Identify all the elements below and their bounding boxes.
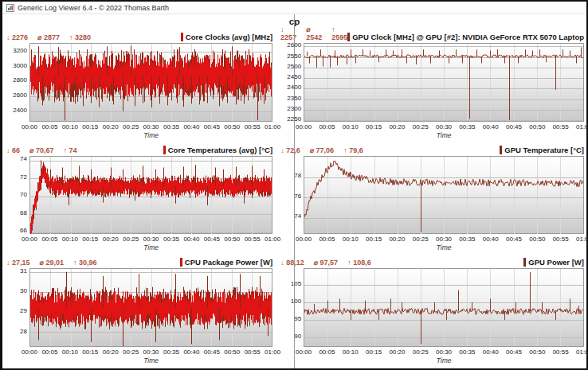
stat-avg-value: 77,06 [316,146,335,154]
plot-area[interactable] [304,43,584,122]
min-arrow-icon: ↓ [280,259,284,267]
chart-canvas[interactable] [304,44,583,121]
title-bar: Generic Log Viewer 6.4 - © 2022 Thomas B… [2,2,586,14]
stat-min-value: 27,15 [12,259,30,267]
x-tick-label: 00:10 [62,123,78,130]
y-axis: 747678 [280,156,304,235]
x-axis: 00:0000:0500:1000:1500:2000:2500:3000:35… [29,123,272,131]
y-tick-label: 2350 [287,95,301,102]
chart-panel: ↓ 66 ⌀ 70,67 ↑ 74 Core Temperatures (avg… [6,141,272,254]
x-tick-label: 00:15 [366,349,382,356]
x-tick-label: 00:05 [41,236,57,243]
y-tick-label: 105 [291,281,301,287]
chart-stats: ↓ 66 ⌀ 70,67 ↑ 74 [6,146,77,154]
x-tick-label: 00:50 [529,349,545,356]
x-tick-label: 00:25 [123,123,139,130]
y-tick-label: 74 [294,213,301,220]
max-arrow-icon: ↑ [343,146,347,154]
y-tick-label: 66 [20,228,27,234]
y-tick-label: 2250 [287,116,301,123]
series-color-icon [347,33,350,41]
chart-stats: ↓ 2276 ⌀ 2877 ↑ 3280 [6,33,91,41]
stat-max-value: 2595 [331,33,347,41]
avg-diameter-icon: ⌀ [40,259,44,267]
max-arrow-icon: ↑ [69,33,73,41]
x-axis: 00:0000:0500:1000:1500:2000:2500:3000:35… [304,349,584,356]
x-tick-label: 00:00 [296,349,312,356]
max-arrow-icon: ↑ [73,259,77,267]
series-color-icon [523,258,526,267]
x-tick-label: 00:10 [62,349,78,356]
x-tick-label: 00:25 [123,349,139,356]
x-tick-label: 00:20 [389,123,405,130]
x-tick-label: 00:15 [82,349,98,356]
min-arrow-icon: ↓ [6,146,10,154]
stat-max-value: 108,6 [353,259,371,267]
charts-grid: ↓ 2276 ⌀ 2877 ↑ 3280 Core Clocks (avg) [… [2,28,586,368]
stat-avg: ⌀ 70,67 [29,146,53,154]
x-tick-label: 00:25 [413,349,429,356]
x-tick-label: 01:00 [576,236,588,243]
y-tick-label: 31 [20,268,27,275]
y-axis: 28293031 [6,268,29,347]
min-arrow-icon: ↓ [6,259,10,267]
stat-min: ↓ 72,6 [280,146,300,154]
y-axis: 24002600280030003200 [6,43,29,122]
chart-title: Core Clocks (avg) [MHz] [186,33,272,41]
stat-max: ↑ 79,6 [343,146,363,154]
min-arrow-icon: ↓ [280,25,284,33]
avg-diameter-icon: ⌀ [29,146,33,154]
max-arrow-icon: ↑ [64,146,68,154]
time-axis-label: Time [29,243,272,253]
window-title: Generic Log Viewer 6.4 - © 2022 Thomas B… [18,4,169,12]
plot-area[interactable] [304,268,584,347]
chart-title-wrap: GPU Power [W] [523,258,584,267]
plot-area[interactable] [304,156,584,235]
x-tick-label: 01:00 [265,349,280,356]
chart-title-wrap: GPU Clock [MHz] @ GPU [#2]: NVIDIA GeFor… [347,33,584,41]
x-tick-label: 00:35 [163,236,179,243]
chart-canvas[interactable] [304,157,583,234]
app-icon [6,4,14,12]
stat-min-value: 88,12 [286,259,304,267]
chart-canvas[interactable] [30,44,272,121]
avg-diameter-icon: ⌀ [306,25,310,33]
y-tick-label: 95 [294,316,301,322]
x-tick-label: 00:35 [459,123,475,130]
plot-area[interactable] [29,268,272,347]
y-tick-label: 68 [20,210,27,216]
stat-min: ↓ 66 [6,146,20,154]
plot-row: 28293031 [6,268,272,347]
y-axis: 6668707274 [6,156,29,235]
x-tick-label: 00:45 [204,123,220,130]
x-tick-label: 00:15 [366,236,382,243]
chart-panel: ↓ 2276 ⌀ 2877 ↑ 3280 Core Clocks (avg) [… [6,28,272,141]
x-tick-label: 00:50 [224,236,240,243]
x-tick-label: 00:55 [553,236,569,243]
chart-canvas[interactable] [30,269,272,346]
y-tick-label: 2400 [13,107,27,114]
stat-avg-value: 29,01 [45,259,64,267]
x-tick-label: 00:25 [413,123,429,130]
chart-canvas[interactable] [30,157,272,234]
y-tick-label: 74 [20,156,27,162]
x-tick-label: 00:45 [506,236,522,243]
plot-area[interactable] [29,43,272,122]
x-tick-label: 00:45 [204,349,220,356]
min-arrow-icon: ↓ [280,146,284,154]
plot-area[interactable] [29,156,272,235]
chart-header: ↓ 2257 ⌀ 2542 ↑ 2595 GPU Clock [MHz] @ G… [280,30,584,41]
plot-row: 9095100105 [280,268,584,347]
y-tick-label: 2550 [287,53,301,60]
series-color-icon [181,33,183,41]
chart-canvas[interactable] [304,269,583,346]
series-color-icon [163,146,166,154]
stat-avg: ⌀ 97,57 [314,259,338,267]
stat-avg-value: 2877 [44,33,60,41]
x-tick-label: 00:45 [506,349,522,356]
x-tick-label: 00:20 [103,349,119,356]
x-tick-label: 00:20 [389,349,405,356]
time-axis-label: Time [304,356,584,366]
max-arrow-icon: ↑ [331,25,335,33]
chart-title: GPU Temperature [°C] [504,146,584,154]
